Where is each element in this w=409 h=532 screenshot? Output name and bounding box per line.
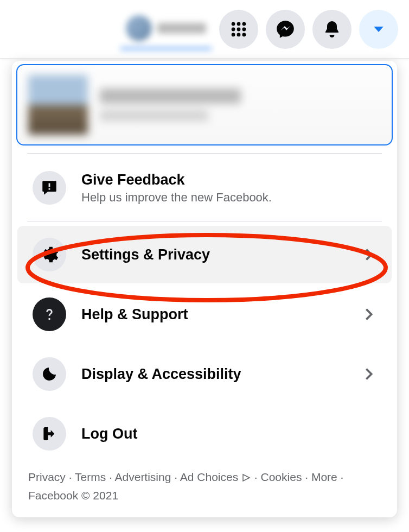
svg-point-4 [237, 27, 241, 31]
chevron-right-icon [361, 366, 376, 382]
menu-item-logout[interactable]: Log Out [17, 405, 392, 463]
avatar [28, 75, 88, 135]
svg-point-2 [242, 22, 246, 26]
bell-icon [322, 20, 342, 39]
menu-item-feedback[interactable]: Give Feedback Help us improve the new Fa… [17, 159, 392, 217]
display-icon-wrap [33, 357, 66, 391]
menu-item-title: Settings & Privacy [81, 246, 346, 263]
menu-item-title: Help & Support [81, 306, 346, 323]
question-icon [40, 305, 59, 324]
footer-link-more[interactable]: More [311, 471, 337, 483]
account-dropdown-panel: Give Feedback Help us improve the new Fa… [12, 61, 397, 517]
divider [27, 221, 382, 221]
menu-button[interactable] [219, 10, 258, 49]
feedback-icon [40, 179, 59, 197]
svg-point-7 [237, 33, 241, 36]
menu-item-help-support[interactable]: Help & Support [17, 286, 392, 343]
topbar-profile-chip[interactable] [120, 9, 212, 49]
chevron-right-icon [361, 247, 376, 262]
footer-links: Privacy · Terms · Advertising · Ad Choic… [12, 465, 397, 510]
footer-link-privacy[interactable]: Privacy [28, 471, 66, 483]
account-dropdown-button[interactable] [359, 10, 398, 49]
avatar [126, 15, 152, 41]
svg-rect-9 [49, 183, 50, 187]
notifications-button[interactable] [312, 10, 352, 49]
logout-icon-wrap [33, 417, 66, 451]
feedback-icon-wrap [33, 171, 66, 205]
svg-point-8 [242, 33, 246, 36]
footer-link-advertising[interactable]: Advertising [115, 471, 171, 483]
help-icon-wrap [33, 297, 66, 331]
footer-link-adchoices[interactable]: Ad Choices [180, 471, 238, 483]
logout-icon [41, 425, 58, 442]
menu-item-subtitle: Help us improve the new Facebook. [81, 191, 376, 205]
profile-name-blur [157, 23, 206, 34]
svg-point-3 [232, 27, 235, 31]
menu-item-title: Display & Accessibility [81, 366, 346, 383]
settings-icon-wrap [33, 238, 66, 271]
menu-item-title: Give Feedback [81, 172, 376, 188]
footer-link-cookies[interactable]: Cookies [261, 471, 302, 483]
menu: Give Feedback Help us improve the new Fa… [12, 154, 397, 463]
profile-text-blur [100, 88, 381, 121]
footer-copyright: Facebook © 2021 [28, 489, 118, 502]
top-bar [0, 0, 409, 59]
profile-card[interactable] [16, 64, 393, 145]
svg-point-5 [242, 27, 246, 31]
grid-icon [229, 20, 248, 39]
footer-link-terms[interactable]: Terms [75, 471, 106, 483]
menu-item-settings-privacy[interactable]: Settings & Privacy [17, 226, 392, 283]
svg-point-6 [232, 33, 235, 36]
adchoices-icon [241, 473, 251, 483]
menu-item-display-accessibility[interactable]: Display & Accessibility [17, 345, 392, 403]
caret-down-icon [370, 21, 387, 37]
moon-icon [41, 365, 58, 383]
svg-point-1 [237, 22, 241, 26]
gear-icon [40, 245, 59, 264]
messenger-button[interactable] [266, 10, 305, 49]
messenger-icon [275, 19, 296, 40]
svg-point-0 [232, 22, 235, 26]
chevron-right-icon [361, 307, 376, 322]
svg-rect-10 [49, 188, 50, 190]
menu-item-title: Log Out [81, 426, 376, 442]
